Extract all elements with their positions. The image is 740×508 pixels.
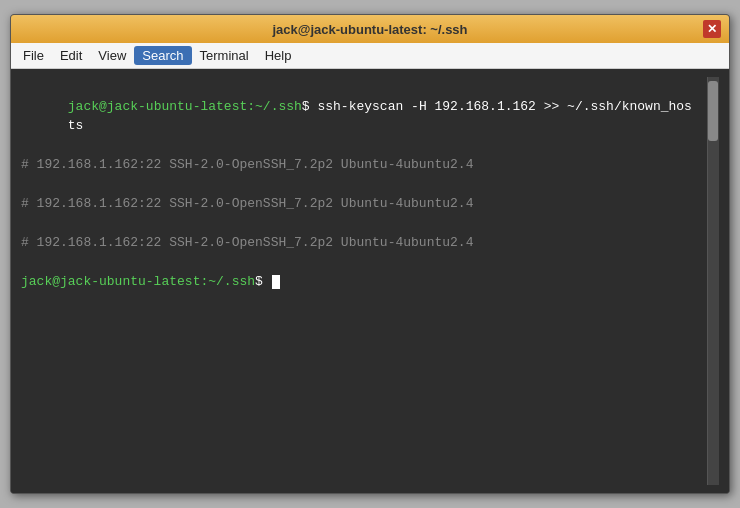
terminal-output: jack@jack-ubuntu-latest:~/.ssh$ ssh-keys… — [21, 77, 707, 485]
scrollbar[interactable] — [707, 77, 719, 485]
command-line2: $ — [255, 274, 271, 289]
prompt-line2: jack@jack-ubuntu-latest:~/.ssh — [21, 274, 255, 289]
terminal-window: jack@jack-ubuntu-latest: ~/.ssh ✕ File E… — [10, 14, 730, 494]
menu-search[interactable]: Search — [134, 46, 191, 65]
menu-file[interactable]: File — [15, 46, 52, 65]
window-title: jack@jack-ubuntu-latest: ~/.ssh — [37, 22, 703, 37]
menu-terminal[interactable]: Terminal — [192, 46, 257, 65]
command-line1-cont: ts — [68, 118, 84, 133]
menu-edit[interactable]: Edit — [52, 46, 90, 65]
prompt-line1: jack@jack-ubuntu-latest:~/.ssh — [68, 99, 302, 114]
scrollbar-thumb[interactable] — [708, 81, 718, 141]
command-line1: $ ssh-keyscan -H 192.168.1.162 >> ~/.ssh… — [302, 99, 692, 114]
comment-line1: # 192.168.1.162:22 SSH-2.0-OpenSSH_7.2p2… — [21, 157, 473, 172]
menu-help[interactable]: Help — [257, 46, 300, 65]
menu-bar: File Edit View Search Terminal Help — [11, 43, 729, 69]
terminal-body[interactable]: jack@jack-ubuntu-latest:~/.ssh$ ssh-keys… — [11, 69, 729, 493]
comment-line3: # 192.168.1.162:22 SSH-2.0-OpenSSH_7.2p2… — [21, 235, 473, 250]
cursor — [272, 275, 280, 289]
title-bar: jack@jack-ubuntu-latest: ~/.ssh ✕ — [11, 15, 729, 43]
menu-view[interactable]: View — [90, 46, 134, 65]
close-button[interactable]: ✕ — [703, 20, 721, 38]
comment-line2: # 192.168.1.162:22 SSH-2.0-OpenSSH_7.2p2… — [21, 196, 473, 211]
